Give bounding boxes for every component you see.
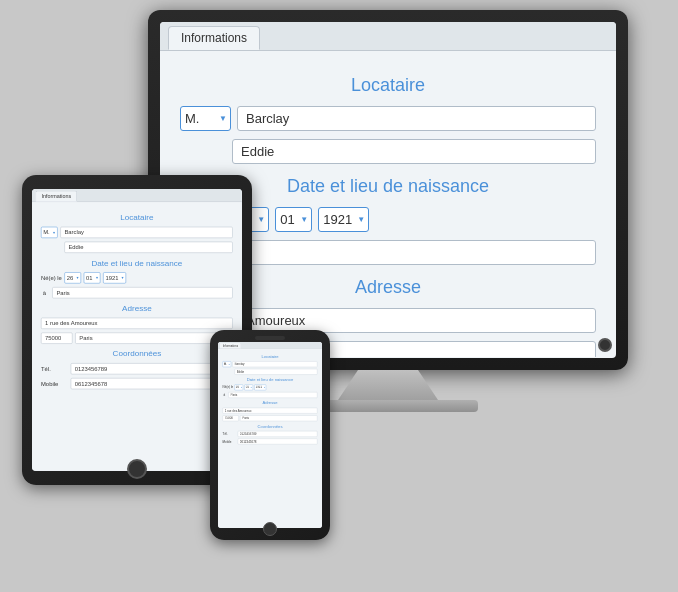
tablet-a-label: à <box>43 289 46 296</box>
tablet-tel-input[interactable] <box>71 363 233 374</box>
tablet-dob-row: Né(e) le 26 01 1921 <box>41 272 233 283</box>
phone-address1-input[interactable] <box>223 408 318 414</box>
tablet-mobile-input[interactable] <box>71 378 233 389</box>
monitor-year-wrapper: 1921 <box>318 207 369 232</box>
tablet-civility-select[interactable]: M. <box>41 227 58 238</box>
monitor-firstname-row <box>180 139 596 164</box>
phone-tab-bar: Informations <box>218 342 322 349</box>
phone-locataire-title: Locataire <box>223 354 318 359</box>
tablet-place-row: à <box>41 287 233 298</box>
phone-civility-row: M. <box>223 361 318 367</box>
phone-nee-label: Né(e) le <box>223 386 234 389</box>
tablet-year-select[interactable]: 1921 <box>103 272 126 283</box>
tablet-home-button <box>127 459 147 479</box>
phone-year-select[interactable]: 1921 <box>254 385 266 391</box>
phone-mobile-label: Mobile <box>223 440 237 443</box>
phone-address-title: Adresse <box>223 401 318 406</box>
tablet-nee-label: Né(e) le <box>41 275 62 282</box>
phone-month-select[interactable]: 01 <box>245 385 254 391</box>
tablet-address1-row <box>41 318 233 329</box>
phone-form-body: Locataire M. Date et lieu de naissance <box>218 349 322 528</box>
monitor-place-input[interactable] <box>205 240 596 265</box>
phone-civility-wrapper: M. <box>223 361 232 367</box>
monitor-month-select[interactable]: 01 <box>275 207 312 232</box>
phone-place-row: à <box>223 392 318 398</box>
tablet-year-wrapper: 1921 <box>103 272 126 283</box>
phone-lastname-input[interactable] <box>232 361 317 367</box>
tablet-coords-title: Coordonnées <box>41 349 233 358</box>
tablet-tab-bar: Informations <box>32 189 242 202</box>
phone-bezel: Informations Locataire M. <box>210 330 330 540</box>
monitor-tab-bar: Informations <box>160 22 616 51</box>
phone-dob-title: Date et lieu de naissance <box>223 377 318 382</box>
tablet-lastname-input[interactable] <box>60 227 232 238</box>
tablet-place-input[interactable] <box>52 287 232 298</box>
tablet-month-wrapper: 01 <box>84 272 101 283</box>
monitor-civility-row: M. Mme Mlle <box>180 106 596 131</box>
phone-tel-input[interactable] <box>238 431 318 437</box>
tablet-tel-row: Tél. <box>41 363 233 374</box>
phone-form: Informations Locataire M. <box>218 342 322 528</box>
phone-home-button <box>263 522 277 536</box>
monitor-power-button <box>598 338 612 352</box>
phone-mobile-input[interactable] <box>238 439 318 445</box>
tablet-firstname-row <box>41 242 233 253</box>
monitor-firstname-input[interactable] <box>232 139 596 164</box>
tablet-tel-label: Tél. <box>41 365 68 372</box>
monitor-stand <box>338 370 438 400</box>
phone-mobile-row: Mobile <box>223 439 318 445</box>
tablet-firstname-input[interactable] <box>64 242 232 253</box>
tablet-day-select[interactable]: 26 <box>65 272 82 283</box>
tablet-mobile-row: Mobile <box>41 378 233 389</box>
phone-tel-row: Tél. <box>223 431 318 437</box>
phone-city-input[interactable] <box>240 415 317 421</box>
tablet-civility-row: M. <box>41 227 233 238</box>
tablet-mobile-label: Mobile <box>41 380 68 387</box>
tablet-month-select[interactable]: 01 <box>84 272 101 283</box>
phone-day-wrapper: 26 <box>235 385 244 391</box>
tablet-locataire-title: Locataire <box>41 213 233 222</box>
tablet-day-wrapper: 26 <box>65 272 82 283</box>
monitor-locataire-title: Locataire <box>180 75 596 96</box>
tablet-tab-informations[interactable]: Informations <box>36 191 77 202</box>
phone-firstname-row <box>223 369 318 375</box>
monitor-tab-informations[interactable]: Informations <box>168 26 260 50</box>
phone-place-input[interactable] <box>228 392 317 398</box>
phone-tab-informations[interactable]: Informations <box>220 343 241 349</box>
phone-dob-row: Né(e) le 26 01 1921 <box>223 385 318 391</box>
phone-year-wrapper: 1921 <box>254 385 266 391</box>
phone-day-select[interactable]: 26 <box>235 385 244 391</box>
tablet-civility-wrapper: M. <box>41 227 58 238</box>
phone-a-label: à <box>224 393 226 396</box>
phone-month-wrapper: 01 <box>245 385 254 391</box>
phone-coords-title: Coordonnées <box>223 424 318 429</box>
monitor-lastname-input[interactable] <box>237 106 596 131</box>
phone-content: Informations Locataire M. <box>218 342 322 528</box>
phone-screen: Informations Locataire M. <box>218 342 322 528</box>
monitor-civility-select[interactable]: M. Mme Mlle <box>180 106 231 131</box>
tablet-dob-title: Date et lieu de naissance <box>41 258 233 267</box>
phone-address2-row <box>223 415 318 421</box>
phone-civility-select[interactable]: M. <box>223 361 232 367</box>
monitor-month-wrapper: 01 <box>275 207 312 232</box>
tablet-address-title: Adresse <box>41 304 233 313</box>
phone-firstname-input[interactable] <box>235 369 318 375</box>
phone-speaker <box>255 336 285 340</box>
tablet-address2-row <box>41 333 233 344</box>
monitor-civility-wrapper: M. Mme Mlle <box>180 106 231 131</box>
phone-tel-label: Tél. <box>223 432 237 435</box>
tablet-address1-input[interactable] <box>41 318 233 329</box>
phone: Informations Locataire M. <box>210 330 330 540</box>
phone-address1-row <box>223 408 318 414</box>
monitor-year-select[interactable]: 1921 <box>318 207 369 232</box>
tablet-zip-input[interactable] <box>41 333 73 344</box>
phone-zip-input[interactable] <box>223 415 239 421</box>
